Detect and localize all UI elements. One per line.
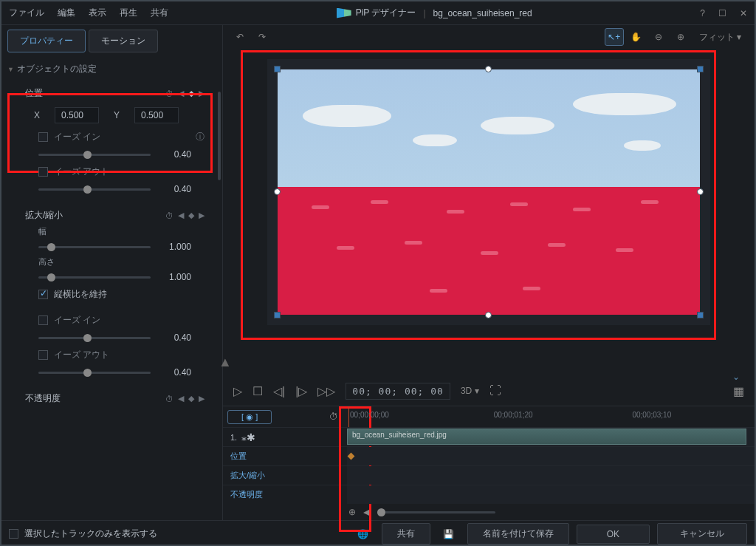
- prev-kf-icon[interactable]: ◀: [178, 211, 184, 220]
- track-position-lane[interactable]: [347, 447, 755, 465]
- resize-handle-ne[interactable]: [697, 66, 704, 72]
- save-as-button[interactable]: 名前を付けて保存: [467, 523, 569, 545]
- scale-ease-out-checkbox[interactable]: [38, 350, 48, 360]
- prev-kf-icon[interactable]: ◀: [178, 394, 184, 403]
- scrollbar[interactable]: [218, 92, 221, 180]
- track-position-label[interactable]: 位置: [223, 447, 347, 465]
- window-controls: ? ☐ ✕: [700, 8, 747, 18]
- next-frame-icon[interactable]: |▷: [295, 384, 307, 398]
- save-icon[interactable]: 💾: [438, 525, 460, 544]
- scale-ease-in-label: イーズ イン: [54, 314, 100, 327]
- canvas-toolbar: ↶ ↷ ↖+ ✋ ⊖ ⊕ フィット ▾: [223, 25, 755, 49]
- keep-aspect-checkbox[interactable]: [38, 290, 48, 299]
- stopwatch-icon[interactable]: ⏱: [329, 412, 338, 422]
- height-slider[interactable]: [38, 276, 151, 279]
- close-icon[interactable]: ✕: [740, 8, 747, 18]
- ease-out-checkbox[interactable]: [38, 167, 48, 177]
- stopwatch-icon[interactable]: ⏱: [165, 395, 173, 403]
- ease-in-slider[interactable]: [38, 154, 151, 156]
- titlebar: ファイル 編集 表示 再生 共有 PiP デザイナー | bg_ocean_su…: [1, 1, 755, 25]
- scale-title: 拡大/縮小: [25, 209, 63, 222]
- cancel-button[interactable]: キャンセル: [657, 523, 747, 545]
- fullscreen-icon[interactable]: ⛶: [489, 384, 501, 397]
- ease-out-value: 0.40: [158, 184, 191, 194]
- show-selected-only-checkbox[interactable]: [9, 529, 18, 539]
- help-icon[interactable]: ?: [700, 8, 705, 18]
- tab-motion[interactable]: モーション: [89, 30, 158, 52]
- ruler-tick: 00;00;00;00: [350, 411, 389, 419]
- right-area: ↶ ↷ ↖+ ✋ ⊖ ⊕ フィット ▾: [223, 25, 755, 520]
- width-label: 幅: [25, 225, 205, 239]
- resize-handle-nw[interactable]: [274, 66, 281, 72]
- scale-ease-in-slider[interactable]: [38, 337, 151, 339]
- add-kf-icon[interactable]: ◆: [188, 211, 194, 220]
- stop-icon[interactable]: ☐: [252, 384, 263, 398]
- bottom-bar: 選択したトラックのみを表示する 🌐 共有 💾 名前を付けて保存 OK キャンセル: [1, 520, 755, 546]
- track-scale-label[interactable]: 拡大/縮小: [223, 466, 347, 485]
- fit-dropdown[interactable]: フィット ▾: [693, 30, 747, 45]
- share-button[interactable]: 共有: [382, 523, 430, 545]
- fast-forward-icon[interactable]: ▷▷: [317, 384, 335, 398]
- app-icon: [337, 8, 351, 18]
- undo-icon[interactable]: ↶: [230, 28, 250, 46]
- menu-view[interactable]: 表示: [89, 7, 106, 19]
- timecode[interactable]: 00; 00; 00; 00: [346, 383, 450, 400]
- prev-frame-icon[interactable]: ◁|: [273, 384, 285, 398]
- resize-handle-n[interactable]: [485, 66, 492, 72]
- resize-handle-w[interactable]: [274, 188, 281, 195]
- add-kf-icon[interactable]: ◆: [188, 394, 194, 403]
- scale-group: 拡大/縮小 ⏱ ◀ ◆ ▶ 幅 1.000 高さ 1.000 縦横比を維持: [7, 200, 216, 383]
- ease-out-slider[interactable]: [38, 188, 151, 191]
- ease-in-checkbox[interactable]: [38, 132, 48, 142]
- opacity-group: 不透明度 ⏱ ◀ ◆ ▶: [7, 383, 216, 411]
- resize-handle-s[interactable]: [485, 312, 492, 318]
- maximize-icon[interactable]: ☐: [718, 8, 726, 18]
- next-kf-icon[interactable]: ▶: [199, 211, 205, 220]
- pan-tool-icon[interactable]: ✋: [627, 28, 646, 46]
- 3d-toggle[interactable]: 3D ▾: [461, 386, 479, 396]
- menu-play[interactable]: 再生: [120, 7, 137, 19]
- collapse-icon[interactable]: ⌄: [732, 372, 740, 382]
- track-scale-lane[interactable]: [347, 466, 755, 485]
- menu-share[interactable]: 共有: [151, 7, 168, 19]
- play-icon[interactable]: ▷: [233, 384, 242, 398]
- main-menu: ファイル 編集 表示 再生 共有: [9, 7, 168, 19]
- properties-panel: プロパティー モーション オブジェクトの設定 位置 ⏱ ◀ ◆ ▶ X Y: [1, 25, 223, 520]
- ruler-tick: 00;00;01;20: [494, 411, 533, 419]
- ok-button[interactable]: OK: [577, 525, 650, 544]
- clip[interactable]: bg_ocean_suiheisen_red.jpg: [347, 429, 746, 445]
- resize-handle-e[interactable]: [697, 188, 704, 195]
- timeline-zoom-slider[interactable]: [377, 511, 495, 513]
- track-header[interactable]: 1. ⁎✱: [223, 428, 347, 446]
- next-kf-icon[interactable]: ▶: [199, 394, 205, 403]
- document-name: bg_ocean_suiheisen_red: [433, 8, 532, 18]
- resize-handle-sw[interactable]: [274, 312, 281, 318]
- keep-aspect-label: 縦横比を維持: [54, 288, 107, 301]
- scale-ease-out-slider[interactable]: [38, 372, 151, 374]
- track-opacity-lane[interactable]: [347, 485, 755, 504]
- scale-ease-in-checkbox[interactable]: [38, 315, 48, 325]
- show-selected-only-label: 選択したトラックのみを表示する: [24, 528, 157, 540]
- timeline: [ ◉ ] ⏱ 00;00;00;00 00;00;01;20 00;00;03…: [223, 406, 755, 520]
- section-object-settings[interactable]: オブジェクトの設定: [7, 60, 216, 78]
- zoom-in-icon[interactable]: ⊕: [671, 28, 690, 46]
- title-center: PiP デザイナー | bg_ocean_suiheisen_red: [168, 7, 700, 19]
- zoom-out-icon[interactable]: ⊖: [649, 28, 668, 46]
- safe-zone-icon[interactable]: ▦: [733, 384, 744, 398]
- track-lane[interactable]: bg_ocean_suiheisen_red.jpg: [347, 428, 755, 446]
- stopwatch-icon[interactable]: ⏱: [165, 211, 173, 220]
- timeline-ruler[interactable]: 00;00;00;00 00;00;01;20 00;00;03;10: [347, 406, 755, 427]
- select-tool-icon[interactable]: ↖+: [605, 28, 624, 46]
- playhead[interactable]: [348, 406, 349, 427]
- marker-icon[interactable]: ▲: [219, 355, 232, 370]
- preview-canvas[interactable]: [267, 59, 710, 325]
- view-toggle-button[interactable]: [ ◉ ]: [227, 410, 272, 424]
- menu-edit[interactable]: 編集: [58, 7, 75, 19]
- resize-handle-se[interactable]: [697, 312, 704, 318]
- tab-properties[interactable]: プロパティー: [7, 30, 86, 52]
- menu-file[interactable]: ファイル: [9, 7, 44, 19]
- track-opacity-label[interactable]: 不透明度: [223, 485, 347, 504]
- redo-icon[interactable]: ↷: [252, 28, 272, 46]
- keyframe-icon[interactable]: [348, 453, 355, 460]
- width-slider[interactable]: [38, 246, 151, 248]
